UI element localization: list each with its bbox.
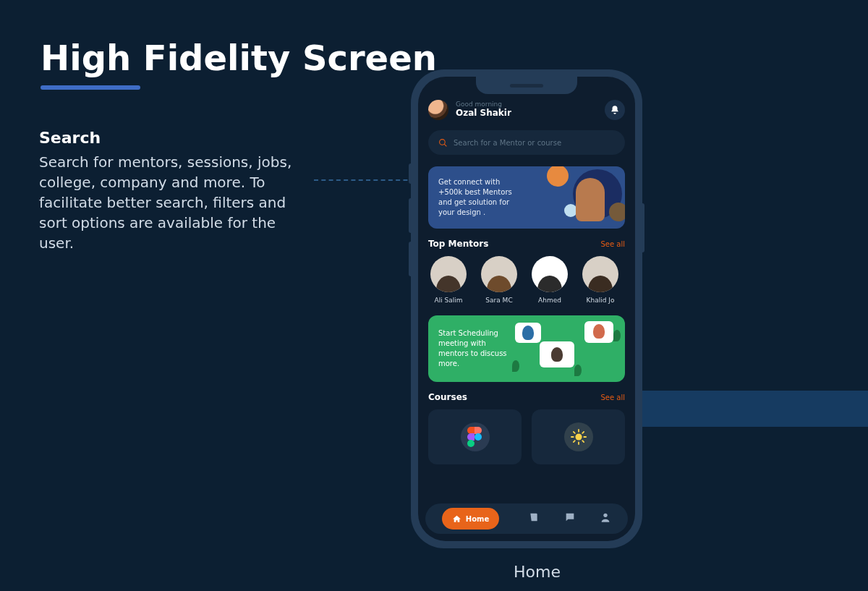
schedule-banner-text: Start Scheduling meeting with mentors to… [438, 328, 518, 369]
tab-chat[interactable] [564, 511, 576, 526]
courses-see-all[interactable]: See all [600, 394, 625, 401]
mentor-name: Khalid Jo [587, 297, 615, 304]
tab-library[interactable] [528, 511, 540, 526]
idea-icon [564, 422, 593, 451]
svg-rect-6 [567, 517, 570, 518]
bell-icon [610, 105, 620, 115]
user-icon [600, 511, 611, 523]
accent-bar [637, 391, 868, 427]
bottom-tab-bar: Home [425, 503, 628, 534]
search-placeholder: Search for a Mentor or course [454, 139, 561, 147]
mentor-item[interactable]: Ali Salim [428, 256, 469, 304]
title-underline [41, 85, 140, 90]
chat-icon [564, 511, 576, 523]
svg-rect-4 [532, 517, 535, 518]
mentor-name: Ali Salim [434, 297, 462, 304]
courses-list [428, 409, 625, 464]
course-card[interactable] [428, 409, 522, 464]
tab-home-label: Home [466, 515, 489, 523]
top-mentors-see-all[interactable]: See all [600, 240, 625, 248]
book-icon [528, 511, 540, 523]
mentor-avatar [532, 256, 568, 292]
svg-point-2 [575, 433, 582, 440]
search-icon [438, 138, 448, 148]
mentor-avatar [582, 256, 618, 292]
phone-caption: Home [514, 563, 561, 581]
mentor-item[interactable]: Ahmed [529, 256, 570, 304]
svg-point-0 [440, 139, 446, 145]
phone-screen: Good morning Ozal Shakir Search for a Me… [418, 77, 635, 541]
user-avatar[interactable] [428, 100, 448, 120]
svg-rect-3 [532, 515, 535, 516]
mentor-avatar [430, 256, 467, 292]
home-icon [452, 514, 461, 524]
mentors-list: Ali Salim Sara MC Ahmed Khalid Jo [428, 256, 625, 304]
mentor-item[interactable]: Sara MC [479, 256, 519, 304]
courses-title: Courses [428, 392, 467, 402]
mentor-name: Sara MC [485, 297, 512, 304]
search-input[interactable]: Search for a Mentor or course [428, 130, 625, 155]
username: Ozal Shakir [456, 109, 511, 118]
top-mentors-title: Top Mentors [428, 239, 488, 249]
mentor-name: Ahmed [538, 297, 561, 304]
schedule-banner-art [512, 321, 621, 378]
mentor-item[interactable]: Khalid Jo [580, 256, 621, 304]
schedule-banner[interactable]: Start Scheduling meeting with mentors to… [428, 315, 625, 382]
mentor-avatar [481, 256, 517, 292]
connect-banner-art [528, 166, 625, 229]
tab-home[interactable]: Home [442, 508, 499, 530]
svg-point-7 [603, 514, 607, 517]
figma-icon [461, 422, 490, 451]
page-title: High Fidelity Screen [41, 38, 437, 78]
connect-banner[interactable]: Get connect with +500k best Mentors and … [428, 166, 625, 229]
connector-line [314, 179, 422, 181]
tab-profile[interactable] [600, 511, 611, 526]
connect-banner-text: Get connect with +500k best Mentors and … [438, 177, 522, 218]
header-text: Good morning Ozal Shakir [456, 101, 511, 118]
course-card[interactable] [532, 409, 625, 464]
notifications-button[interactable] [605, 100, 625, 120]
svg-rect-5 [567, 515, 572, 516]
phone-frame: Good morning Ozal Shakir Search for a Me… [411, 69, 642, 548]
svg-line-1 [444, 144, 446, 146]
section-description: Search for mentors, sessions, jobs, coll… [39, 152, 314, 253]
section-title: Search [39, 129, 101, 147]
